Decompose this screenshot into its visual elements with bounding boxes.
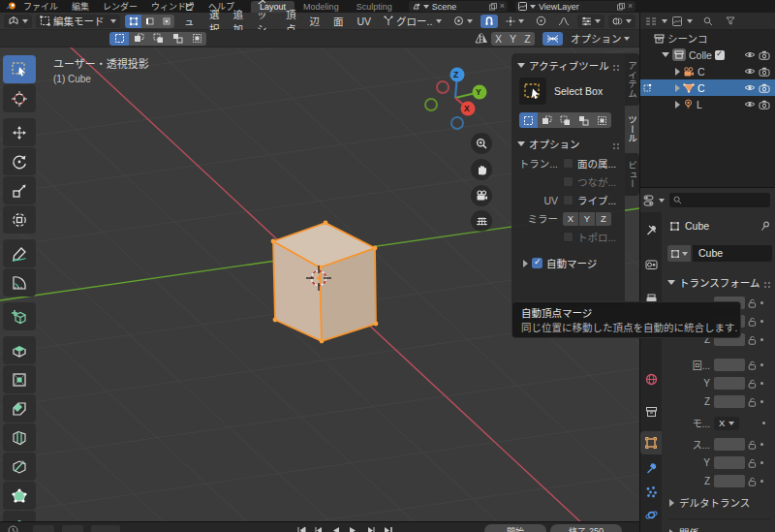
tool-measure[interactable]	[3, 268, 36, 297]
vertex-select-button[interactable]	[125, 15, 141, 28]
lock-icon[interactable]	[748, 335, 757, 345]
light-object-row[interactable]: L	[640, 96, 775, 112]
mirror-z-toggle[interactable]: Z	[520, 32, 535, 46]
select-mode-intersect[interactable]	[187, 32, 206, 46]
timeline-editor-dropdown[interactable]	[8, 525, 18, 532]
tab-modifier-properties[interactable]	[643, 460, 659, 476]
disclosure-closed-icon[interactable]	[675, 68, 680, 76]
tab-particles-properties[interactable]	[643, 484, 659, 499]
select-mode-subtract[interactable]	[556, 112, 574, 128]
select-mode-new[interactable]	[519, 112, 538, 128]
lock-icon[interactable]	[748, 477, 757, 486]
disclosure-closed-icon[interactable]	[675, 101, 680, 109]
options-dropdown[interactable]: オプション	[567, 32, 634, 46]
menu-face[interactable]: 面	[326, 14, 351, 28]
animate-dot[interactable]	[760, 363, 763, 366]
cube-object-row[interactable]: C	[640, 79, 775, 96]
auto-merge-toggle[interactable]	[542, 32, 563, 46]
tool-spin[interactable]	[3, 511, 36, 521]
panel-grip[interactable]	[613, 65, 615, 67]
copy-icon[interactable]	[617, 3, 625, 11]
play-reverse-button[interactable]	[331, 526, 340, 532]
value-slider[interactable]	[714, 438, 745, 451]
menu-edge[interactable]: 辺	[302, 14, 326, 28]
overlays-dropdown[interactable]	[608, 15, 636, 28]
view-layer-selector[interactable]: ViewLayer ×	[515, 1, 636, 12]
tool-scale[interactable]	[3, 176, 36, 204]
face-attributes-checkbox[interactable]	[563, 158, 574, 169]
relations-panel-header[interactable]: 関係	[669, 518, 770, 532]
properties-editor-dropdown[interactable]	[643, 195, 657, 206]
value-slider[interactable]	[714, 456, 745, 469]
animate-dot[interactable]	[760, 338, 763, 341]
tab-scene-properties[interactable]	[643, 404, 659, 420]
animate-dot[interactable]	[760, 400, 763, 403]
gizmo-z-label[interactable]: Z	[453, 70, 458, 79]
connected-checkbox[interactable]	[563, 176, 574, 187]
properties-search-field[interactable]	[669, 193, 770, 207]
tab-tool-properties[interactable]	[643, 222, 659, 237]
tool-select-box[interactable]	[3, 55, 36, 83]
select-mode-extend[interactable]	[129, 32, 148, 46]
disclosure-open-icon[interactable]	[662, 52, 669, 57]
next-keyframe-button[interactable]	[366, 526, 376, 532]
select-box-tool-icon[interactable]	[519, 78, 546, 105]
breadcrumb-object-name[interactable]: Cube	[685, 220, 709, 232]
scene-collection-row[interactable]: シーンコ	[640, 30, 775, 47]
animate-dot[interactable]	[760, 382, 763, 385]
proportional-falloff-dropdown[interactable]	[554, 15, 574, 28]
menu-uv[interactable]: UV	[350, 16, 378, 27]
lock-icon[interactable]	[748, 298, 757, 308]
animate-dot[interactable]	[762, 422, 765, 424]
tool-add-cube[interactable]	[3, 302, 36, 330]
lock-icon[interactable]	[748, 379, 757, 389]
collection-checkbox[interactable]	[715, 50, 725, 60]
select-mode-extend[interactable]	[538, 112, 556, 128]
proportional-editing-toggle[interactable]	[532, 15, 550, 28]
viewport-3d[interactable]: ユーザー・透視投影 (1) Cube	[0, 47, 639, 521]
eye-icon[interactable]	[744, 50, 756, 59]
eye-icon[interactable]	[744, 67, 756, 76]
mirror-x-toggle[interactable]: X	[491, 32, 506, 46]
tool-loop-cut[interactable]	[3, 423, 36, 452]
select-mode-invert[interactable]	[574, 112, 593, 128]
tab-physics-properties[interactable]	[643, 507, 659, 522]
tool-extrude-region[interactable]	[3, 336, 36, 364]
lock-icon[interactable]	[748, 397, 757, 407]
tool-rotate[interactable]	[3, 147, 36, 175]
camera-restrict-icon[interactable]	[759, 100, 770, 110]
value-slider[interactable]	[714, 377, 745, 390]
value-slider[interactable]	[714, 395, 745, 408]
object-id-dropdown[interactable]	[667, 245, 691, 262]
live-unwrap-checkbox[interactable]	[563, 195, 574, 205]
camera-object-row[interactable]: C	[640, 63, 775, 79]
outliner-editor-dropdown[interactable]	[645, 16, 657, 26]
transform-orientation-dropdown[interactable]: グロー...	[380, 15, 446, 28]
view-menu[interactable]	[62, 525, 83, 532]
tool-transform[interactable]	[3, 205, 36, 234]
tool-annotate[interactable]	[3, 239, 36, 267]
panel-grip[interactable]	[764, 282, 766, 284]
mirror-z-toggle[interactable]: Z	[596, 212, 611, 226]
gizmo-x-label[interactable]: X	[464, 104, 470, 113]
animate-dot[interactable]	[760, 480, 763, 483]
playback-menu[interactable]	[33, 525, 54, 532]
edge-select-button[interactable]	[141, 15, 158, 28]
tool-cursor[interactable]	[3, 84, 36, 112]
pan-view-button[interactable]	[471, 159, 492, 180]
disclosure-closed-icon[interactable]	[675, 84, 680, 92]
navigation-gizmo[interactable]: Z Y X	[418, 61, 492, 135]
editor-type-dropdown[interactable]	[4, 15, 32, 28]
chevron-right-icon[interactable]	[523, 260, 528, 267]
object-name-field[interactable]: Cube	[693, 245, 772, 262]
copy-icon[interactable]	[489, 3, 497, 11]
menu-edit[interactable]: 編集	[65, 0, 96, 13]
lock-icon[interactable]	[748, 458, 757, 468]
perspective-toggle-button[interactable]	[471, 210, 492, 232]
select-mode-invert[interactable]	[168, 32, 187, 46]
play-button[interactable]	[349, 526, 357, 532]
animate-dot[interactable]	[760, 443, 763, 446]
frame-end-field[interactable]: 終了 250	[550, 524, 622, 532]
tab-object-properties[interactable]	[640, 431, 662, 454]
select-mode-new[interactable]	[109, 32, 129, 46]
